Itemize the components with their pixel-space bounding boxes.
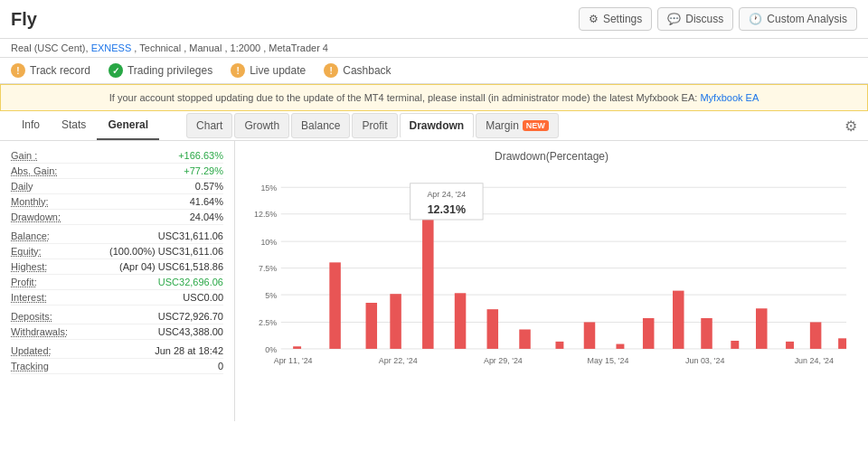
gain-row: Gain : +166.63% [11,148,223,164]
bar-19 [838,338,846,349]
discuss-button[interactable]: 💬 Discuss [657,7,733,31]
highest-label: Highest: [11,261,47,272]
svg-text:Apr 11, '24: Apr 11, '24 [274,356,313,365]
svg-text:2.5%: 2.5% [259,318,277,327]
settings-button[interactable]: ⚙ Settings [579,7,652,31]
bar-1 [293,346,301,349]
bar-10 [584,322,596,348]
track-record-status[interactable]: ! Track record [11,63,90,78]
chart-area: Drawdown(Percentage) 15% 12.5% 10% 7.5% … [235,141,868,421]
tab-general[interactable]: General [97,111,159,140]
updated-row: Updated: Jun 28 at 18:42 [11,343,223,359]
new-badge: NEW [523,120,549,131]
svg-text:Jun 03, '24: Jun 03, '24 [685,356,724,365]
trading-privileges-status[interactable]: ✓ Trading privileges [108,63,212,78]
chart-tab-balance[interactable]: Balance [291,113,350,138]
interest-value: USC0.00 [183,292,223,303]
bar-15 [731,341,739,349]
balance-row: Balance: USC31,611.06 [11,229,223,244]
tracking-label: Tracking [11,361,49,371]
warning-icon-3: ! [324,63,338,78]
bar-7 [487,309,499,349]
tab-stats[interactable]: Stats [51,111,97,140]
interest-label: Interest: [11,292,47,303]
tracking-value: 0 [218,361,223,371]
svg-text:Apr 29, '24: Apr 29, '24 [484,356,523,365]
warning-icon: ! [11,63,25,78]
svg-text:May 15, '24: May 15, '24 [588,356,629,365]
status-bar: ! Track record ✓ Trading privileges ! Li… [0,58,868,84]
equity-label: Equity: [11,246,42,257]
profit-label: Profit: [11,277,37,287]
bar-2 [329,262,341,349]
abs-gain-row: Abs. Gain: +77.29% [11,164,223,179]
chart-tab-chart[interactable]: Chart [186,113,232,138]
custom-analysis-button[interactable]: 🕐 Custom Analysis [739,7,857,31]
tab-info[interactable]: Info [11,111,51,140]
bar-9 [555,342,563,349]
tracking-row: Tracking 0 [11,359,223,374]
drawdown-chart: 15% 12.5% 10% 7.5% 5% 2.5% 0% [249,167,854,393]
bar-4 [390,294,401,349]
withdrawals-label: Withdrawals: [11,326,68,337]
profit-row: Profit: USC32,696.06 [11,275,223,290]
abs-gain-label: Abs. Gain: [11,165,57,176]
bar-5-highlighted [422,216,434,349]
warning-icon-2: ! [231,63,245,78]
bar-6 [455,293,467,349]
abs-gain-value: +77.29% [184,165,223,176]
bar-17 [786,342,794,349]
gear-icon: ⚙ [589,13,599,25]
chart-tab-drawdown[interactable]: Drawdown [400,113,475,138]
monthly-row: Monthly: 41.64% [11,194,223,210]
bar-3 [366,303,378,349]
chart-tab-margin[interactable]: Margin NEW [476,113,559,138]
updated-value: Jun 28 at 18:42 [155,345,223,356]
tabs-row: Info Stats General Chart Growth Balance … [0,111,868,141]
header-buttons: ⚙ Settings 💬 Discuss 🕐 Custom Analysis [579,7,857,31]
withdrawals-row: Withdrawals: USC43,388.00 [11,324,223,340]
checkmark-icon: ✓ [108,63,123,78]
updated-label: Updated: [11,345,52,356]
balance-value: USC31,611.06 [158,230,223,241]
tooltip-date-text: Apr 24, '24 [427,190,466,199]
clock-icon: 🕐 [749,13,762,25]
withdrawals-value: USC43,388.00 [158,326,223,337]
svg-text:5%: 5% [265,291,277,300]
chart-tab-profit[interactable]: Profit [352,113,397,138]
equity-value: (100.00%) USC31,611.06 [109,246,223,257]
broker-link[interactable]: EXNESS [91,42,132,53]
bar-16 [756,308,768,349]
monthly-label: Monthly: [11,196,49,207]
daily-value: 0.57% [195,181,223,192]
account-subtitle: Real (USC Cent), EXNESS , Technical , Ma… [0,39,868,58]
chart-tab-group: Chart Growth Balance Profit Drawdown Mar… [186,113,559,138]
chart-tab-growth[interactable]: Growth [234,113,289,138]
main-content: Gain : +166.63% Abs. Gain: +77.29% Daily… [0,141,868,421]
drawdown-value: 24.04% [190,212,223,222]
deposits-row: Deposits: USC72,926.70 [11,309,223,324]
highest-row: Highest: (Apr 04) USC61,518.86 [11,259,223,275]
page-title: Fly [11,9,37,30]
drawdown-row: Drawdown: 24.04% [11,210,223,225]
bar-18 [810,322,822,348]
bar-14 [701,318,712,349]
cashback-status[interactable]: ! Cashback [324,63,391,78]
deposits-label: Deposits: [11,311,52,322]
equity-row: Equity: (100.00%) USC31,611.06 [11,244,223,259]
live-update-status[interactable]: ! Live update [231,63,306,78]
tooltip-value-text: 12.31% [428,203,466,216]
svg-text:15%: 15% [260,183,277,193]
chart-title: Drawdown(Percentage) [249,150,854,163]
bar-11 [616,344,624,349]
myfxbook-ea-link[interactable]: Myfxbook EA [700,92,759,103]
chart-settings-button[interactable]: ⚙ [844,118,857,135]
bar-13 [673,291,684,349]
info-banner: If your account stopped updating due to … [0,84,868,111]
highest-value: (Apr 04) USC61,518.86 [119,261,223,272]
profit-value: USC32,696.06 [158,277,223,287]
header: Fly ⚙ Settings 💬 Discuss 🕐 Custom Analys… [0,0,868,39]
svg-text:Jun 24, '24: Jun 24, '24 [795,356,834,365]
drawdown-label: Drawdown: [11,212,61,222]
interest-row: Interest: USC0.00 [11,290,223,306]
